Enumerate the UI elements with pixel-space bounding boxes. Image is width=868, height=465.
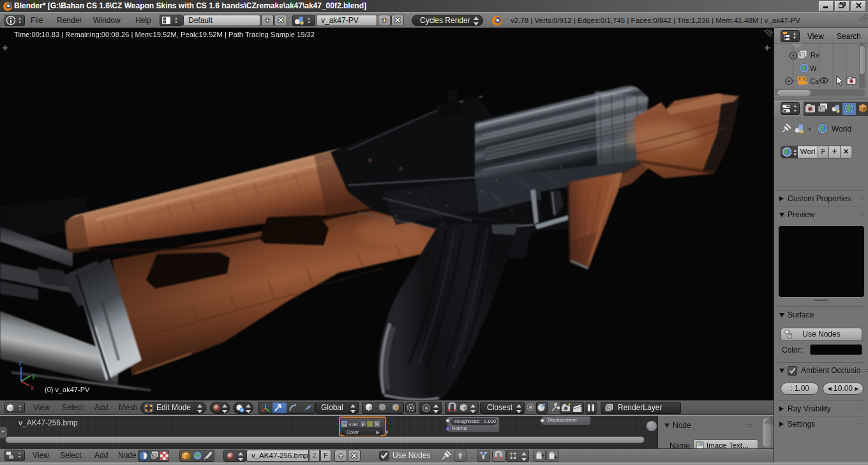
svg-text:W: W [810, 65, 817, 72]
svg-text:v AK: v AK [349, 422, 359, 427]
svg-text:Ca: Ca [810, 77, 819, 85]
svg-text:y: y [32, 372, 35, 379]
svg-text:x: x [31, 384, 34, 391]
svg-text:World: World [832, 125, 851, 133]
svg-text:Re: Re [811, 51, 819, 59]
svg-text:z: z [19, 360, 22, 367]
svg-text:F: F [362, 422, 364, 427]
